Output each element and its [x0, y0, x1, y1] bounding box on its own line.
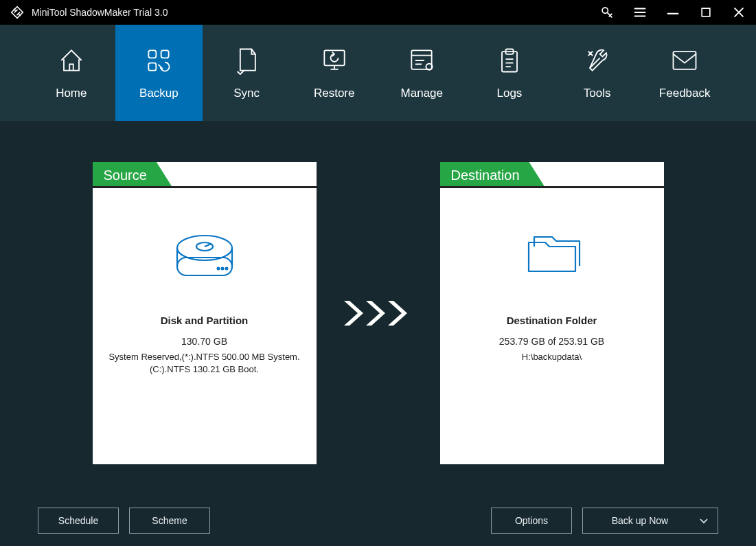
destination-title: Destination Folder — [507, 315, 597, 326]
nav-feedback[interactable]: Feedback — [641, 25, 729, 121]
sync-icon — [233, 45, 260, 76]
nav-label: Home — [56, 87, 87, 100]
nav-label: Logs — [497, 87, 523, 100]
nav-label: Sync — [233, 87, 260, 100]
feedback-icon — [669, 45, 700, 76]
disk-icon — [173, 227, 236, 282]
svg-rect-10 — [674, 52, 696, 69]
restore-icon — [318, 45, 351, 76]
nav-label: Restore — [314, 87, 355, 100]
backup-icon — [144, 45, 174, 76]
svg-rect-2 — [149, 50, 157, 58]
minimize-icon[interactable] — [665, 5, 680, 20]
nav-label: Manage — [401, 87, 443, 100]
backup-now-button[interactable]: Back up Now — [582, 508, 718, 534]
button-label: Back up Now — [612, 515, 668, 526]
source-panel-header: Source — [93, 162, 317, 188]
nav-label: Backup — [139, 87, 179, 100]
svg-point-16 — [225, 268, 227, 270]
nav-tools[interactable]: Tools — [553, 25, 641, 121]
svg-point-15 — [221, 268, 223, 270]
svg-rect-6 — [412, 50, 432, 69]
source-panel-tab: Source — [93, 162, 173, 188]
content-area: Source Disk and Part — [0, 121, 756, 546]
home-icon — [56, 45, 87, 76]
tools-icon — [582, 45, 612, 76]
button-label: Scheme — [152, 515, 187, 526]
svg-point-12 — [177, 236, 232, 260]
svg-rect-5 — [324, 50, 344, 65]
nav-sync[interactable]: Sync — [203, 25, 290, 121]
key-icon[interactable] — [599, 5, 615, 20]
title-bar: MiniTool ShadowMaker Trial 3.0 — [0, 0, 756, 25]
svg-rect-3 — [161, 50, 169, 58]
main-nav: Home Backup Sync Restore Manage Logs — [0, 25, 756, 121]
destination-detail: H:\backupdata\ — [514, 351, 590, 363]
maximize-icon[interactable] — [698, 5, 713, 20]
panels-row: Source Disk and Part — [38, 162, 718, 464]
options-button[interactable]: Options — [491, 508, 572, 534]
nav-label: Tools — [584, 87, 611, 100]
button-label: Schedule — [58, 515, 98, 526]
close-icon[interactable] — [731, 5, 746, 20]
svg-point-14 — [217, 268, 219, 270]
svg-rect-1 — [702, 8, 710, 16]
folder-icon — [519, 227, 585, 282]
svg-point-0 — [602, 8, 608, 13]
transfer-arrows-icon — [317, 162, 440, 464]
nav-backup[interactable]: Backup — [115, 25, 203, 121]
source-title: Disk and Partition — [161, 315, 249, 326]
manage-icon — [406, 45, 437, 76]
button-label: Options — [515, 515, 548, 526]
app-logo-icon — [10, 5, 25, 20]
schedule-button[interactable]: Schedule — [38, 508, 119, 534]
destination-panel-header: Destination — [440, 162, 664, 188]
nav-logs[interactable]: Logs — [466, 25, 553, 121]
destination-panel-tab: Destination — [440, 162, 546, 188]
source-panel[interactable]: Source Disk and Part — [93, 162, 317, 464]
bottom-button-row: Schedule Scheme Options Back up Now — [38, 487, 718, 534]
menu-icon[interactable] — [632, 5, 648, 20]
destination-panel[interactable]: Destination Destination Folder 253.79 GB… — [440, 162, 664, 464]
destination-size: 253.79 GB of 253.91 GB — [499, 336, 604, 347]
scheme-button[interactable]: Scheme — [129, 508, 210, 534]
nav-label: Feedback — [659, 87, 711, 100]
nav-manage[interactable]: Manage — [378, 25, 466, 121]
chevron-down-icon — [700, 515, 708, 526]
app-title: MiniTool ShadowMaker Trial 3.0 — [32, 7, 168, 18]
window-controls — [599, 5, 746, 20]
nav-restore[interactable]: Restore — [290, 25, 378, 121]
source-detail: System Reserved,(*:).NTFS 500.00 MB Syst… — [93, 351, 317, 375]
nav-home[interactable]: Home — [27, 25, 115, 121]
source-size: 130.70 GB — [181, 336, 227, 347]
logs-icon — [496, 45, 523, 76]
svg-rect-4 — [149, 63, 157, 71]
